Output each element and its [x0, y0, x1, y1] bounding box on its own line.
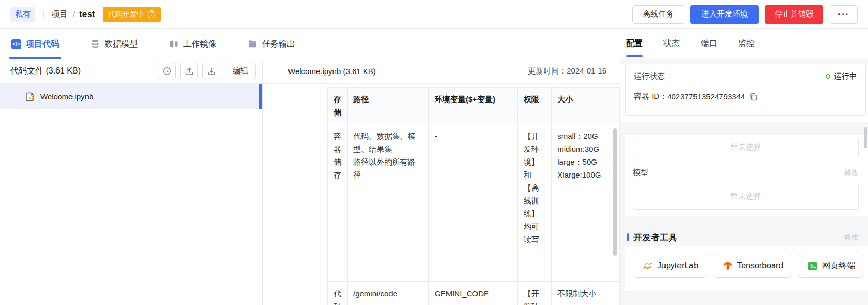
history-button[interactable] — [158, 63, 176, 80]
selected-file-indicator — [259, 84, 262, 109]
breadcrumb-separator: / — [73, 10, 75, 19]
devtools-section: JupyterLab Tensorboard 网页终端 — [625, 246, 868, 291]
help-icon[interactable]: ? — [148, 10, 155, 18]
preview-scrollbar[interactable] — [613, 128, 617, 256]
main-tab-bar: </> 项目代码 数据模型 工作镜像 任务输出 — [0, 30, 619, 59]
cell-path: 代码、数据集、模型、结果集 路径以外的所有路径 — [348, 124, 429, 282]
config-tab-bar: 配置 状态 端口 监控 — [620, 29, 868, 59]
col-permission: 权限 — [517, 88, 552, 124]
tab-ports[interactable]: 端口 — [701, 29, 717, 59]
tensorboard-icon — [723, 261, 732, 270]
file-row-welcome-ipynb[interactable]: Welcome.ipynb — [0, 84, 262, 109]
section-accent-bar — [627, 233, 629, 241]
more-actions-button[interactable]: ··· — [830, 5, 858, 24]
tab-data-model[interactable]: 数据模型 — [90, 30, 138, 59]
tab-label: 监控 — [738, 38, 755, 49]
divider — [43, 10, 44, 19]
dataset-placeholder-box: 暂未选择 — [633, 137, 859, 157]
code-file-header: 代码文件 (3.61 KB) 编辑 — [0, 59, 262, 84]
tab-label: 项目代码 — [26, 39, 59, 50]
section-gap — [620, 122, 868, 135]
notebook-file-icon — [25, 92, 35, 102]
active-tab-underline — [9, 57, 61, 59]
table-header-row: 存储 路径 环境变量($+变量) 权限 大小 — [328, 88, 620, 124]
breadcrumb-projects[interactable]: 项目 — [51, 9, 68, 20]
tab-status[interactable]: 状态 — [663, 29, 680, 59]
tab-config[interactable]: 配置 — [626, 29, 643, 59]
download-button[interactable] — [202, 63, 220, 80]
status-badge-label: 代码开发中 — [108, 10, 144, 19]
database-icon — [90, 39, 100, 49]
copy-icon[interactable] — [749, 93, 758, 101]
code-file-title: 代码文件 (3.61 KB) — [10, 66, 153, 77]
devtools-header: 开发者工具 修改 — [620, 228, 868, 246]
web-terminal-button[interactable]: 网页终端 — [799, 254, 864, 278]
container-id-row: 容器 ID： 402377513524793344 — [634, 92, 857, 101]
tab-label: 配置 — [626, 38, 643, 49]
placeholder-text: 暂未选择 — [730, 192, 761, 201]
file-name: Welcome.ipynb — [40, 92, 93, 101]
cell-path: /gemini/code — [348, 282, 429, 305]
upload-button[interactable] — [180, 63, 198, 80]
tab-work-image[interactable]: 工作镜像 — [169, 30, 216, 59]
tab-project-code[interactable]: </> 项目代码 — [11, 30, 59, 59]
col-path: 路径 — [348, 88, 429, 124]
updated-value: 2024-01-16 — [567, 66, 606, 75]
col-storage: 存储 — [328, 88, 348, 124]
placeholder-text: 暂未选择 — [730, 142, 761, 152]
section-gap — [620, 291, 868, 301]
terminal-icon — [808, 262, 817, 270]
jupyterlab-icon — [642, 260, 653, 271]
running-text: 运行中 — [834, 71, 857, 81]
container-config-panel: 配置 状态 端口 监控 运行状态 运行中 容器 ID： 402377513524… — [620, 29, 868, 305]
run-status-section: 运行状态 运行中 容器 ID： 402377513524793344 — [620, 64, 868, 122]
container-id-value: 402377513524793344 — [667, 92, 745, 101]
cell-size: small：20G midium:30G large：50G Xlarge:10… — [552, 124, 620, 282]
cell-storage: 容器储存 — [328, 124, 348, 282]
tool-label: 网页终端 — [822, 260, 855, 271]
edit-button[interactable]: 编辑 — [225, 63, 256, 80]
offline-task-button[interactable]: 离线任务 — [632, 5, 684, 24]
model-label: 模型 — [633, 168, 648, 178]
preview-header: Welcome.ipynb (3.61 KB) 更新时间：2024-01-16 — [263, 59, 620, 84]
config-body: 运行状态 运行中 容器 ID： 402377513524793344 — [620, 59, 868, 305]
devtools-modify-link[interactable]: 修改 — [844, 233, 859, 242]
config-scrollbar[interactable] — [864, 127, 867, 148]
section-gap — [620, 216, 868, 228]
tool-label: Tensorboard — [737, 261, 783, 270]
tool-label: JupyterLab — [657, 261, 698, 270]
model-placeholder-box: 暂未选择 — [633, 183, 859, 210]
active-tab-underline — [626, 55, 643, 57]
tab-monitor[interactable]: 监控 — [738, 29, 755, 59]
privacy-badge: 私有 — [10, 7, 35, 22]
model-modify-link[interactable]: 修改 — [844, 168, 859, 178]
run-status-label: 运行状态 — [634, 71, 665, 81]
devtools-title: 开发者工具 — [633, 231, 677, 243]
run-status-value: 运行中 — [826, 71, 857, 81]
notebook-preview: 存储 路径 环境变量($+变量) 权限 大小 容器储存 代码、数据集、模型、结果… — [263, 84, 620, 305]
cell-env: - — [429, 124, 518, 282]
col-env-var: 环境变量($+变量) — [429, 88, 518, 124]
jupyterlab-button[interactable]: JupyterLab — [633, 254, 707, 278]
stop-destroy-button[interactable]: 停止并销毁 — [765, 5, 823, 24]
cell-size: 不限制大小 — [552, 282, 620, 305]
container-id-label: 容器 ID： — [634, 92, 667, 101]
cell-perm: 【开发环境】和【离线训练】均可读写 — [517, 124, 552, 282]
table-row: 容器储存 代码、数据集、模型、结果集 路径以外的所有路径 - 【开发环境】和【离… — [328, 124, 620, 282]
dataset-model-section: 暂未选择 模型 修改 暂未选择 — [625, 135, 868, 216]
image-icon — [169, 39, 179, 49]
tensorboard-button[interactable]: Tensorboard — [714, 254, 792, 278]
tab-label: 状态 — [663, 38, 680, 49]
cell-perm: 【开发环境】和【离线训练】均可读写 — [517, 282, 552, 305]
enter-dev-env-button[interactable]: 进入开发环境 — [690, 5, 759, 24]
col-size: 大小 — [552, 88, 620, 124]
updated-time: 更新时间：2024-01-16 — [528, 66, 606, 76]
folder-icon — [248, 39, 257, 49]
file-preview-panel: Welcome.ipynb (3.61 KB) 更新时间：2024-01-16 … — [263, 59, 620, 305]
updated-label: 更新时间： — [528, 66, 567, 75]
cell-storage: 代码 — [328, 282, 348, 305]
run-status-card: 运行状态 运行中 容器 ID： 402377513524793344 — [625, 64, 866, 116]
tab-task-output[interactable]: 任务输出 — [248, 30, 295, 59]
preview-file-title: Welcome.ipynb (3.61 KB) — [288, 67, 376, 76]
ssh-header: SSH 修改 — [620, 301, 868, 305]
